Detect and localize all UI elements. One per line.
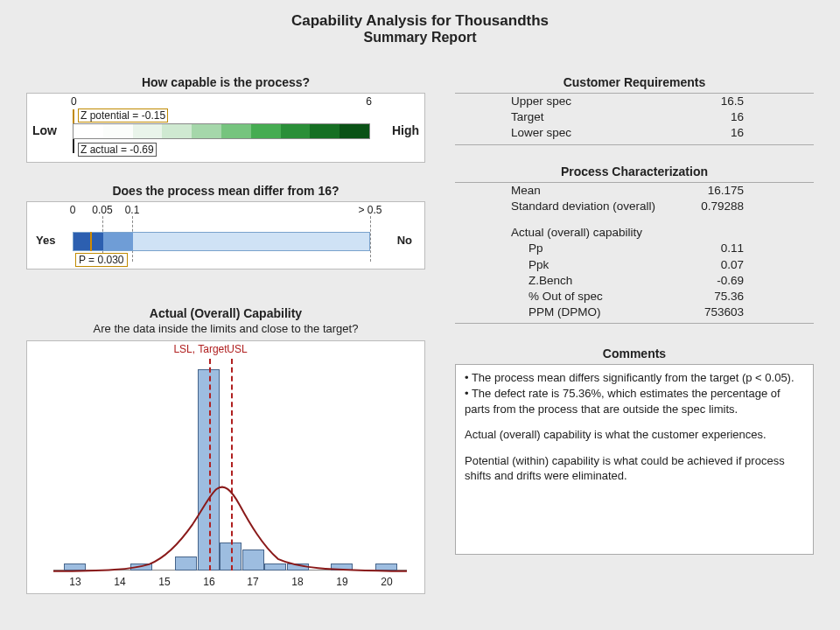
upper-spec-row: Upper spec16.5 bbox=[455, 94, 814, 109]
comments-heading: Comments bbox=[455, 346, 814, 360]
comment-bullet-2: • The defect rate is 75.36%, which estim… bbox=[465, 386, 804, 416]
p-tick-0: 0 bbox=[70, 204, 76, 216]
lower-spec-row: Lower spec16 bbox=[455, 125, 814, 141]
capability-high-label: High bbox=[392, 123, 419, 137]
capability-gradient-bar bbox=[73, 123, 370, 139]
p-tick-1: 0.05 bbox=[92, 204, 112, 216]
capability-heading: How capable is the process? bbox=[26, 75, 425, 89]
report-title: Capability Analysis for Thousandths Summ… bbox=[0, 12, 840, 46]
customer-req-heading: Customer Requirements bbox=[455, 75, 814, 89]
pvalue-heading: Does the process mean differ from 16? bbox=[26, 184, 425, 198]
pp-row: Pp0.11 bbox=[455, 241, 814, 256]
histogram-panel: Actual (Overall) Capability Are the data… bbox=[26, 306, 425, 594]
comment-bullet-1: • The process mean differs significantly… bbox=[465, 370, 804, 386]
xtick-19: 19 bbox=[336, 576, 347, 588]
z-potential-marker bbox=[73, 109, 74, 123]
xtick-13: 13 bbox=[69, 576, 80, 588]
cap-scale-min: 0 bbox=[71, 95, 77, 108]
p-bar bbox=[73, 232, 370, 251]
xtick-17: 17 bbox=[247, 576, 258, 588]
xtick-18: 18 bbox=[291, 576, 303, 588]
capability-low-label: Low bbox=[32, 123, 57, 137]
z-potential-label: Z potential = -0.15 bbox=[78, 108, 168, 122]
histogram-plot: 13 14 15 16 17 18 19 20 LSL, Target USL bbox=[53, 359, 407, 570]
capability-panel: How capable is the process? 0 6 Low High… bbox=[26, 75, 425, 163]
title-line-2: Summary Report bbox=[0, 30, 840, 46]
pvalue-panel: Does the process mean differ from 16? Ye… bbox=[26, 184, 425, 270]
capability-box: 0 6 Low High Z potential = -0.15 Z actua… bbox=[26, 93, 425, 163]
p-dash-05 bbox=[370, 216, 371, 262]
comments-box: • The process mean differs significantly… bbox=[455, 364, 814, 555]
right-column: Customer Requirements Upper spec16.5 Tar… bbox=[455, 75, 814, 555]
histogram-subheading: Are the data inside the limits and close… bbox=[26, 322, 425, 335]
p-value-label: P = 0.030 bbox=[75, 253, 128, 267]
z-actual-label: Z actual = -0.69 bbox=[78, 143, 157, 157]
xtick-14: 14 bbox=[114, 576, 125, 588]
xtick-16: 16 bbox=[203, 576, 214, 588]
comment-para-2: Potential (within) capability is what co… bbox=[465, 453, 804, 484]
ppk-row: Ppk0.07 bbox=[455, 257, 814, 273]
normal-curve bbox=[53, 359, 407, 571]
p-tick-2: 0.1 bbox=[125, 204, 140, 216]
ppm-row: PPM (DPMO)753603 bbox=[455, 304, 814, 320]
xtick-15: 15 bbox=[158, 576, 170, 588]
process-char-heading: Process Characterization bbox=[455, 164, 814, 178]
histogram-heading: Actual (Overall) Capability bbox=[26, 306, 425, 320]
pvalue-box: Yes No 0 0.05 0.1 > 0.5 P = 0.030 bbox=[26, 201, 425, 270]
zbench-row: Z.Bench-0.69 bbox=[455, 273, 814, 289]
pvalue-yes-label: Yes bbox=[36, 234, 55, 247]
spec-label-lsl-target: LSL, Target bbox=[173, 343, 227, 355]
oos-row: % Out of spec75.36 bbox=[455, 289, 814, 304]
p-tick-3: > 0.5 bbox=[358, 204, 382, 216]
comment-para-1: Actual (overall) capability is what the … bbox=[465, 427, 804, 443]
histogram-box: 13 14 15 16 17 18 19 20 LSL, Target USL bbox=[26, 340, 425, 594]
title-line-1: Capability Analysis for Thousandths bbox=[0, 12, 840, 30]
cap-scale-max: 6 bbox=[366, 95, 372, 108]
actual-cap-subhead: Actual (overall) capability bbox=[455, 225, 814, 241]
pvalue-no-label: No bbox=[397, 234, 412, 247]
target-row: Target16 bbox=[455, 109, 814, 125]
sd-row: Standard deviation (overall)0.79288 bbox=[455, 199, 814, 214]
z-actual-marker bbox=[73, 139, 74, 153]
mean-row: Mean16.175 bbox=[455, 183, 814, 199]
p-marker bbox=[90, 232, 92, 251]
xtick-20: 20 bbox=[381, 576, 392, 588]
spec-label-usl: USL bbox=[227, 343, 247, 355]
